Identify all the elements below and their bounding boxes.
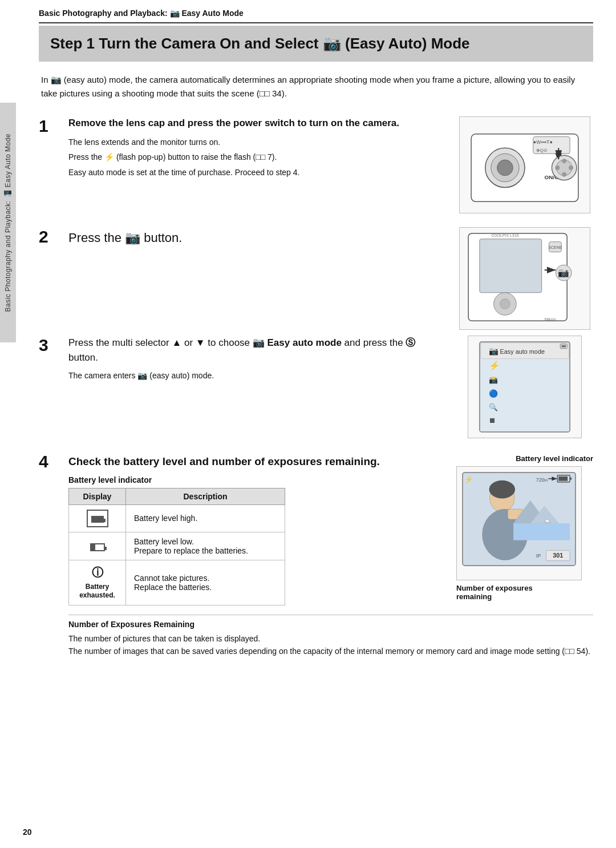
step-2-row: 2 Press the 📷 button. COOLPIX L310 SCENE <box>39 227 593 330</box>
battery-table: Display Description <box>68 488 285 605</box>
page-number: 20 <box>23 827 32 837</box>
page-header: Basic Photography and Playback: 📷 Easy A… <box>39 0 593 23</box>
svg-text:Easy auto mode: Easy auto mode <box>500 348 544 355</box>
exposures-line-1: The number of pictures that can be taken… <box>68 632 593 645</box>
camera-back-diagram: COOLPIX L310 SCENE 📷 <box>459 227 590 330</box>
table-row: ⓘ Batteryexhausted. Cannot take pictures… <box>69 560 285 605</box>
svg-text:⊕Q⊙: ⊕Q⊙ <box>536 148 548 153</box>
svg-rect-53 <box>513 523 570 540</box>
svg-rect-43 <box>558 477 568 481</box>
easy-auto-mode-diagram: 📷 Easy auto mode ⚡ 📸 🔵 🔍 ⏹ <box>468 336 582 438</box>
svg-rect-18 <box>480 239 542 293</box>
svg-text:📷: 📷 <box>558 267 569 278</box>
svg-point-27 <box>500 299 510 309</box>
battery-exhausted-icon: ⓘ Batteryexhausted. <box>69 560 126 605</box>
step-1-row: 1 Remove the lens cap and press the powe… <box>39 116 593 213</box>
svg-point-13 <box>562 172 566 177</box>
svg-text:⚡: ⚡ <box>489 361 500 371</box>
svg-text:301: 301 <box>553 552 563 559</box>
step-1-number: 1 <box>39 116 68 135</box>
exposures-line-2: The number of images that can be saved v… <box>68 645 593 657</box>
svg-text:⏹: ⏹ <box>489 416 496 425</box>
svg-text:SCENE: SCENE <box>549 245 562 249</box>
step-2-content: Press the 📷 button. <box>68 227 445 247</box>
step-1-content: Remove the lens cap and press the power … <box>68 116 445 181</box>
step-2-diagram: COOLPIX L310 SCENE 📷 <box>445 227 593 330</box>
svg-text:⚡: ⚡ <box>465 475 473 483</box>
step-4-left: Check the battery level and number of ex… <box>68 454 445 605</box>
step-3-content: Press the multi selector ▲ or ▼ to choos… <box>68 336 445 384</box>
step-4-heading: Check the battery level and number of ex… <box>68 454 445 470</box>
step-3-number: 3 <box>39 336 68 354</box>
step-4-right: Battery level indicator <box>456 454 593 605</box>
svg-text:720: 720 <box>536 477 545 483</box>
step-1-line-1: The lens extends and the monitor turns o… <box>68 136 445 148</box>
camera-lcd-diagram: ⚡ 720 H 301 IP <box>456 466 582 580</box>
step-3-heading: Press the multi selector ▲ or ▼ to choos… <box>68 336 445 365</box>
main-content: Basic Photography and Playback: 📷 Easy A… <box>16 0 616 694</box>
svg-text:●W▪▪▪T●: ●W▪▪▪T● <box>533 140 553 146</box>
step-3-subline: The camera enters 📷 (easy auto) mode. <box>68 369 445 382</box>
page-container: Basic Photography and Playback: 📷 Easy A… <box>0 0 616 848</box>
svg-text:📸: 📸 <box>489 375 499 385</box>
step-1-heading: Remove the lens cap and press the power … <box>68 116 445 130</box>
step-1-diagram: ON/OFF ●W▪▪▪T● ⊕Q⊙ <box>445 116 593 213</box>
battery-indicator-label: Battery level indicator <box>456 454 593 463</box>
table-row: Battery level low.Prepare to replace the… <box>69 532 285 560</box>
svg-rect-34 <box>561 345 566 348</box>
battery-table-section: Battery level indicator Display Descript… <box>68 475 445 605</box>
step-4-row: 4 Check the battery level and number of … <box>39 452 593 658</box>
intro-text: In 📷 (easy auto) mode, the camera automa… <box>39 73 593 100</box>
battery-high-desc: Battery level high. <box>126 504 285 532</box>
side-tab: Basic Photography and Playback: 📷 Easy A… <box>0 103 16 342</box>
exposures-section: Number of Exposures Remaining The number… <box>68 615 593 658</box>
svg-text:📷: 📷 <box>489 346 499 356</box>
step-2-heading: Press the 📷 button. <box>68 227 445 247</box>
svg-text:🔍: 🔍 <box>489 403 499 412</box>
battery-low-icon <box>69 532 126 560</box>
page-title-section: Step 1 Turn the Camera On and Select 📷 (… <box>39 26 593 62</box>
step-3-diagram: 📷 Easy auto mode ⚡ 📸 🔵 🔍 ⏹ <box>445 336 593 438</box>
step-2-number: 2 <box>39 227 68 245</box>
battery-high-icon <box>69 504 126 532</box>
exposures-remaining-label: Number of exposuresremaining <box>456 584 533 601</box>
table-header-display: Display <box>69 488 126 504</box>
table-header-description: Description <box>126 488 285 504</box>
svg-point-11 <box>562 159 566 163</box>
svg-text:Nikon: Nikon <box>544 317 556 322</box>
step-1-line-3: Easy auto mode is set at the time of pur… <box>68 166 445 179</box>
step-4-layout: Check the battery level and number of ex… <box>68 454 593 605</box>
step-4-full: Check the battery level and number of ex… <box>68 452 593 658</box>
svg-text:🔵: 🔵 <box>489 389 499 398</box>
svg-point-48 <box>489 480 516 499</box>
camera-top-diagram: ON/OFF ●W▪▪▪T● ⊕Q⊙ <box>459 116 590 213</box>
svg-point-14 <box>555 165 560 170</box>
battery-table-label: Battery level indicator <box>68 475 445 484</box>
svg-text:H: H <box>545 478 548 483</box>
battery-exhausted-desc: Cannot take pictures.Replace the batteri… <box>126 560 285 605</box>
exposures-heading: Number of Exposures Remaining <box>68 615 593 629</box>
page-header-title: Basic Photography and Playback: 📷 Easy A… <box>39 9 244 18</box>
step-3-row: 3 Press the multi selector ▲ or ▼ to cho… <box>39 336 593 438</box>
page-title: Step 1 Turn the Camera On and Select 📷 (… <box>50 35 582 53</box>
table-row: Battery level high. <box>69 504 285 532</box>
svg-text:COOLPIX L310: COOLPIX L310 <box>491 233 518 237</box>
svg-text:IP: IP <box>536 554 541 559</box>
step-1-line-2: Press the ⚡ (flash pop-up) button to rai… <box>68 151 445 163</box>
battery-low-desc: Battery level low.Prepare to replace the… <box>126 532 285 560</box>
step-4-number: 4 <box>39 452 68 470</box>
svg-rect-42 <box>570 478 572 480</box>
svg-point-3 <box>497 160 513 176</box>
side-tab-text: Basic Photography and Playback: 📷 Easy A… <box>4 134 12 312</box>
svg-point-12 <box>569 165 573 170</box>
